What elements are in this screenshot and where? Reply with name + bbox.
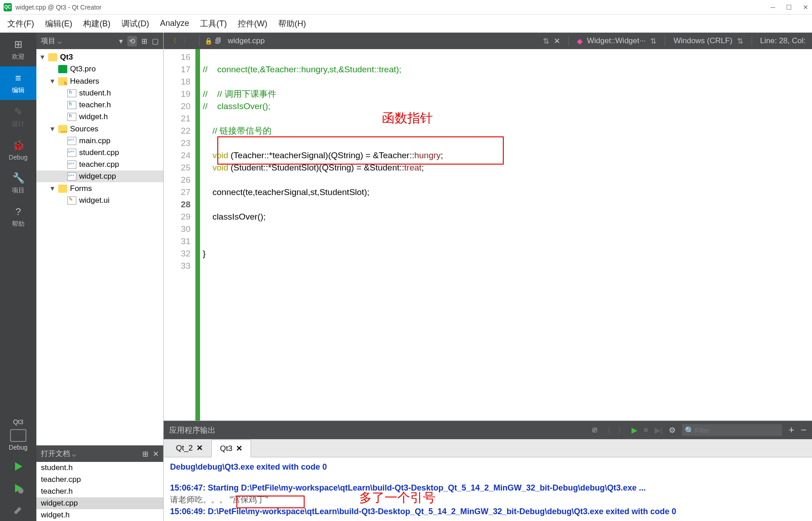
menu-edit[interactable]: 编辑(E) (40, 15, 77, 32)
close-button[interactable]: ✕ (803, 4, 808, 11)
tree-headers[interactable]: ▾Headers (36, 75, 163, 87)
project-tree[interactable]: ▾Qt3 Qt3.pro ▾Headers student.h teacher.… (36, 49, 163, 445)
mode-bar: ⊞ 欢迎 ≡ 编辑 ✎ 设计 🐞 Debug 🔧 项目 ? 帮助 Qt3 Deb… (0, 33, 36, 521)
run-icon[interactable]: ▶ (632, 426, 637, 435)
open-doc-item-current[interactable]: widget.cpp (36, 497, 163, 509)
split-icon[interactable]: ⊞ (142, 450, 148, 458)
tree-item[interactable]: main.cpp (36, 135, 163, 147)
close-pane-icon[interactable]: ▢ (152, 37, 159, 45)
stop-icon[interactable]: ■ (644, 426, 648, 435)
kit-selector[interactable]: Qt3 Debug (0, 414, 36, 456)
lock-icon[interactable]: 🔒 (203, 36, 213, 46)
tree-pro-file[interactable]: Qt3.pro (36, 63, 163, 75)
nav-back-button[interactable]: 〈 (168, 36, 178, 46)
output-body[interactable]: Debug\debug\Qt3.exe exited with code 0 1… (164, 457, 812, 521)
mode-help[interactable]: ? 帮助 (0, 200, 36, 234)
run-debug-button[interactable] (0, 477, 36, 499)
chevron-down-icon: ⌵ (72, 450, 76, 458)
mode-welcome-label: 欢迎 (12, 53, 25, 61)
tree-item[interactable]: teacher.h (36, 99, 163, 111)
tree-root-label: Qt3 (60, 53, 73, 62)
symbol-switch-icon[interactable]: ⇅ (650, 36, 657, 46)
open-doc-item[interactable]: widget.h (36, 509, 163, 521)
mode-projects[interactable]: 🔧 项目 (0, 166, 36, 200)
nav-fwd-button[interactable]: 〉 (181, 36, 191, 46)
output-line: 请老师吃。。。 "宫保鸡丁" (170, 494, 806, 506)
h-file-icon (67, 101, 76, 109)
mode-debug[interactable]: 🐞 Debug (0, 134, 36, 166)
split-icon[interactable]: ⊞ (141, 37, 147, 45)
menu-widgets[interactable]: 控件(W) (233, 15, 272, 32)
link-icon[interactable]: ⟲ (127, 36, 137, 46)
mode-welcome[interactable]: ⊞ 欢迎 (0, 33, 36, 66)
encoding-label[interactable]: Windows (CRLF) (673, 36, 732, 45)
remove-tab-button[interactable]: − (801, 424, 807, 436)
search-icon: 🔍 (685, 426, 694, 436)
diamond-icon: ◆ (577, 37, 582, 45)
filter-input[interactable] (682, 424, 782, 436)
editor-close-button[interactable]: ✕ (554, 36, 560, 46)
output-tab-active[interactable]: Qt3✕ (211, 440, 251, 457)
build-button[interactable] (0, 499, 36, 521)
cpp-file-icon (67, 137, 76, 145)
filter-icon[interactable]: ▾ (119, 37, 123, 45)
mode-edit[interactable]: ≡ 编辑 (0, 66, 36, 100)
menu-help[interactable]: 帮助(H) (274, 15, 311, 32)
tree-item[interactable]: widget.ui (36, 195, 163, 206)
tree-forms[interactable]: ▾Forms (36, 182, 163, 195)
editor-file-crumb[interactable]: widget.cpp (228, 36, 265, 45)
project-pane-selector[interactable]: 项目 ⌵ (41, 36, 62, 46)
open-doc-item[interactable]: student.h (36, 462, 163, 474)
output-line: Debug\debug\Qt3.exe exited with code 0 (170, 461, 806, 473)
menu-analyze[interactable]: Analyze (155, 16, 194, 31)
tree-item[interactable]: widget.h (36, 111, 163, 123)
maximize-button[interactable]: ☐ (786, 4, 792, 11)
tree-item-current[interactable]: widget.cpp (36, 170, 163, 182)
close-icon[interactable]: ✕ (236, 444, 242, 453)
tree-item[interactable]: teacher.cpp (36, 159, 163, 170)
menu-file[interactable]: 文件(F) (3, 15, 39, 32)
next-icon[interactable]: 〉 (617, 425, 625, 436)
tree-sources[interactable]: ▾Sources (36, 123, 163, 135)
open-doc-item[interactable]: teacher.h (36, 486, 163, 497)
monitor-icon (10, 429, 26, 442)
fold-bar[interactable] (195, 49, 200, 421)
mode-design[interactable]: ✎ 设计 (0, 100, 36, 134)
symbol-crumb[interactable]: Widget::Widget··· (587, 36, 646, 45)
menu-debug[interactable]: 调试(D) (117, 15, 154, 32)
minimize-button[interactable]: ─ (771, 4, 775, 11)
tree-headers-label: Headers (70, 77, 99, 86)
close-icon[interactable]: ✕ (196, 443, 203, 453)
open-doc-item[interactable]: teacher.cpp (36, 474, 163, 486)
menu-build[interactable]: 构建(B) (79, 15, 115, 32)
file-switch-icon[interactable]: ⇅ (543, 36, 549, 46)
clear-icon[interactable]: ⎚ (592, 426, 597, 435)
annotation-label-fnptr: 函数指针 (382, 112, 433, 124)
menu-tools[interactable]: 工具(T) (195, 15, 231, 32)
tree-sources-label: Sources (70, 125, 98, 134)
cpp-file-icon (67, 160, 76, 169)
cursor-position[interactable]: Line: 28, Col: (760, 36, 806, 45)
play-icon (12, 460, 25, 473)
kit-name-label: Qt3 (13, 418, 24, 426)
tree-item[interactable]: student.h (36, 87, 163, 99)
output-tab[interactable]: Qt_2✕ (167, 439, 211, 457)
encoding-switch-icon[interactable]: ⇅ (737, 36, 743, 46)
project-pane-title: 项目 (41, 36, 55, 46)
bug-icon: 🐞 (12, 139, 25, 152)
code-editor[interactable]: 161718192021222324252627282930313233 // … (164, 49, 812, 421)
close-docs-icon[interactable]: ✕ (153, 450, 159, 458)
run-button[interactable] (0, 456, 36, 477)
tree-root[interactable]: ▾Qt3 (36, 51, 163, 63)
tree-item[interactable]: student.cpp (36, 147, 163, 159)
code-text[interactable]: // connect(te,&Teacher::hungry,st,&Stude… (200, 49, 443, 421)
prev-icon[interactable]: 〈 (603, 425, 611, 436)
output-title: 应用程序输出 (169, 425, 216, 436)
open-docs-selector[interactable]: 打开文档 ⌵ (41, 449, 76, 459)
mode-edit-label: 编辑 (12, 86, 25, 95)
docs-icon[interactable]: 🗐 (213, 36, 223, 46)
settings-icon[interactable]: ⚙ (669, 426, 676, 435)
step-icon[interactable]: ▶| (655, 426, 662, 435)
add-tab-button[interactable]: + (788, 424, 794, 436)
line-gutter[interactable]: 161718192021222324252627282930313233 (164, 49, 195, 421)
